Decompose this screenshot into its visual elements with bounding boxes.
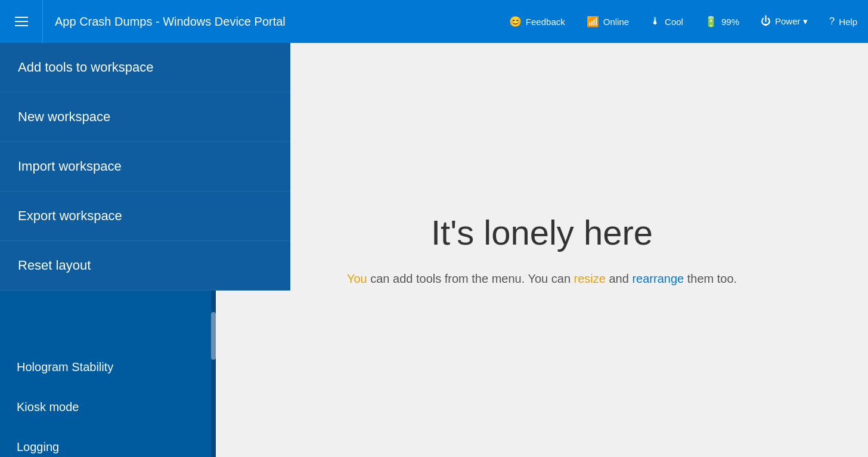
help-label: Help: [839, 17, 857, 27]
workspace-content: It's lonely here You can add tools from …: [216, 43, 868, 457]
temperature-icon: 🌡: [650, 16, 661, 27]
subtitle-rearrange: rearrange: [632, 272, 684, 285]
battery-label: 99%: [721, 17, 739, 27]
page-title: App Crash Dumps - Windows Device Portal: [43, 15, 498, 29]
hologram-stability-label: Hologram Stability: [17, 360, 113, 373]
logging-label: Logging: [17, 440, 59, 453]
power-label: Power ▾: [775, 16, 808, 27]
workspace-dropdown: Add tools to workspace New workspace Imp…: [0, 43, 290, 291]
subtitle-add: add tools from the menu. You can: [393, 272, 574, 285]
export-workspace-button[interactable]: Export workspace: [0, 192, 290, 241]
battery-status: 🔋 99%: [694, 0, 750, 43]
online-icon: 📶: [587, 16, 599, 28]
new-workspace-button[interactable]: New workspace: [0, 92, 290, 142]
subtitle-and: and: [606, 272, 632, 285]
help-icon: ?: [829, 16, 835, 27]
menu-button[interactable]: [0, 0, 43, 43]
subtitle-you: You: [347, 272, 367, 285]
online-status: 📶 Online: [576, 0, 640, 43]
new-workspace-label: New workspace: [18, 109, 110, 124]
feedback-label: Feedback: [526, 17, 565, 27]
sidebar-item-kiosk-mode[interactable]: Kiosk mode: [0, 387, 216, 427]
subtitle-them-too: them too.: [684, 272, 737, 285]
sidebar-item-logging[interactable]: Logging: [0, 427, 216, 457]
battery-icon: 🔋: [705, 16, 717, 28]
lonely-subtitle: You can add tools from the menu. You can…: [347, 269, 737, 288]
add-tools-button[interactable]: Add tools to workspace: [0, 43, 290, 92]
subtitle-can-add: can: [367, 272, 393, 285]
reset-layout-label: Reset layout: [18, 258, 91, 273]
main-content: Add tools to workspace New workspace Imp…: [0, 43, 868, 457]
power-button[interactable]: ⏻ Power ▾: [750, 0, 819, 43]
feedback-button[interactable]: 😊 Feedback: [498, 0, 576, 43]
header-actions: 😊 Feedback 📶 Online 🌡 Cool 🔋 99% ⏻ Power…: [498, 0, 868, 43]
help-button[interactable]: ? Help: [819, 0, 868, 43]
import-workspace-label: Import workspace: [18, 159, 122, 174]
power-icon: ⏻: [761, 16, 771, 27]
temperature-label: Cool: [665, 17, 683, 27]
import-workspace-button[interactable]: Import workspace: [0, 142, 290, 192]
sidebar-scrollbar-thumb: [211, 312, 216, 360]
kiosk-mode-label: Kiosk mode: [17, 400, 79, 413]
temperature-status: 🌡 Cool: [640, 0, 694, 43]
header: App Crash Dumps - Windows Device Portal …: [0, 0, 868, 43]
export-workspace-label: Export workspace: [18, 208, 122, 223]
online-label: Online: [603, 17, 629, 27]
lonely-title: It's lonely here: [431, 212, 653, 252]
subtitle-resize: resize: [574, 272, 606, 285]
sidebar: Add tools to workspace New workspace Imp…: [0, 43, 216, 457]
reset-layout-button[interactable]: Reset layout: [0, 241, 290, 291]
add-tools-label: Add tools to workspace: [18, 60, 153, 75]
sidebar-item-hologram-stability[interactable]: Hologram Stability: [0, 347, 216, 387]
hamburger-icon: [15, 17, 28, 26]
feedback-icon: 😊: [509, 16, 522, 28]
